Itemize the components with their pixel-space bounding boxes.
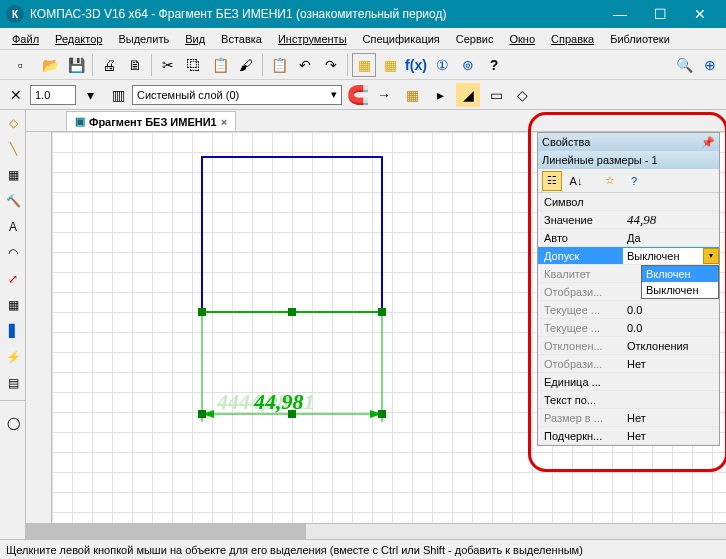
param-tool[interactable]: ⚡ xyxy=(1,345,25,369)
menu-edit[interactable]: Редактор xyxy=(47,31,110,47)
extra1-button[interactable]: ▭ xyxy=(484,83,508,107)
pin-icon[interactable]: 📌 xyxy=(701,136,715,149)
layers-icon[interactable]: ▥ xyxy=(106,83,130,107)
paste-button[interactable]: 📋 xyxy=(208,53,232,77)
copy-button[interactable]: ⿻ xyxy=(182,53,206,77)
properties-button[interactable]: 📋 xyxy=(267,53,291,77)
redo-button[interactable]: ↷ xyxy=(319,53,343,77)
prop-tolerance[interactable]: Допуск Выключен ▾ xyxy=(538,247,719,265)
handle xyxy=(198,308,206,316)
annotation2-button[interactable]: ⊚ xyxy=(456,53,480,77)
properties-header[interactable]: Свойства 📌 xyxy=(538,133,719,151)
main-toolbar: ▫ 📂 💾 🖨 🗎 ✂ ⿻ 📋 🖌 📋 ↶ ↷ ▦ ▦ f(x) ① ⊚ ? 🔍… xyxy=(0,50,726,80)
canvas-left-strip xyxy=(26,132,52,523)
cut-button[interactable]: ✂ xyxy=(156,53,180,77)
layer-name: Системный слой (0) xyxy=(137,89,239,101)
dropdown-option-on[interactable]: Включен xyxy=(642,266,718,282)
menu-libs[interactable]: Библиотеки xyxy=(602,31,678,47)
ortho-button[interactable]: ◢ xyxy=(456,83,480,107)
library-mgr-button[interactable]: ▦ xyxy=(352,53,376,77)
tolerance-dropdown[interactable]: Включен Выключен xyxy=(641,265,719,299)
tab-label: Фрагмент БЕЗ ИМЕНИ1 xyxy=(89,116,217,128)
prop-display2[interactable]: Отобрази... Нет xyxy=(538,355,719,373)
prop-auto[interactable]: Авто Да xyxy=(538,229,719,247)
tab-close-button[interactable]: × xyxy=(221,116,227,128)
table-tool[interactable]: ▦ xyxy=(1,293,25,317)
preview-button[interactable]: 🗎 xyxy=(123,53,147,77)
horizontal-scrollbar[interactable] xyxy=(26,523,726,539)
dropdown-option-off[interactable]: Выключен xyxy=(642,282,718,298)
spec-tool[interactable]: ▤ xyxy=(1,371,25,395)
scale-dropdown[interactable]: ▾ xyxy=(78,83,102,107)
work-area: ◇ ╲ ▦ 🔨 A ◠ ⤢ ▦ ▋ ⚡ ▤ ◯ ▣ Фрагмент БЕЗ И… xyxy=(0,110,726,539)
properties-toolbar: ☷ A↓ ☆ ? xyxy=(538,169,719,193)
library-vars-button[interactable]: ▦ xyxy=(378,53,402,77)
handle xyxy=(198,410,206,418)
status-text: Щелкните левой кнопкой мыши на объекте д… xyxy=(6,544,583,556)
title-bar: К КОМПАС-3D V16 x64 - Фрагмент БЕЗ ИМЕНИ… xyxy=(0,0,726,28)
snap-arrow-button[interactable]: → xyxy=(372,83,396,107)
point-tool[interactable]: ◯ xyxy=(1,411,25,435)
format-painter-button[interactable]: 🖌 xyxy=(234,53,258,77)
hatch-tool[interactable]: ▦ xyxy=(1,163,25,187)
menu-tools[interactable]: Инструменты xyxy=(270,31,355,47)
view-tool[interactable]: ▋ xyxy=(1,319,25,343)
prop-underline[interactable]: Подчеркн... Нет xyxy=(538,427,719,445)
canvas-row: 4444,98 11 44,98 Свойства 📌 Линейные раз… xyxy=(26,132,726,523)
menu-service[interactable]: Сервис xyxy=(448,31,502,47)
annotation1-button[interactable]: ① xyxy=(430,53,454,77)
axis-button[interactable]: ▸ xyxy=(428,83,452,107)
geometry-tool[interactable]: ◇ xyxy=(1,111,25,135)
prop-value[interactable]: Значение 44,98 xyxy=(538,211,719,229)
menu-insert[interactable]: Вставка xyxy=(213,31,270,47)
maximize-button[interactable]: ☐ xyxy=(640,0,680,28)
line-tool[interactable]: ╲ xyxy=(1,137,25,161)
help-button[interactable]: ? xyxy=(482,53,506,77)
categorized-button[interactable]: ☷ xyxy=(542,171,562,191)
info-button[interactable]: ? xyxy=(624,171,644,191)
app-icon: К xyxy=(6,5,24,23)
prop-current1[interactable]: Текущее ... 0.0 xyxy=(538,301,719,319)
extra2-button[interactable]: ◇ xyxy=(510,83,534,107)
menu-view[interactable]: Вид xyxy=(177,31,213,47)
zoom-fit-button[interactable]: ⊕ xyxy=(698,53,722,77)
prop-sizein[interactable]: Размер в ... Нет xyxy=(538,409,719,427)
measure-tool[interactable]: ⤢ xyxy=(1,267,25,291)
properties-panel: Свойства 📌 Линейные размеры - 1 ☷ A↓ ☆ ?… xyxy=(537,132,720,446)
zoom-button[interactable]: 🔍 xyxy=(672,53,696,77)
linetype-button[interactable]: ✕ xyxy=(4,83,28,107)
close-button[interactable]: ✕ xyxy=(680,0,720,28)
dropdown-toggle[interactable]: ▾ xyxy=(703,248,719,264)
property-list: Символ Значение 44,98 Авто Да Допуск xyxy=(538,193,719,445)
menu-window[interactable]: Окно xyxy=(501,31,543,47)
menu-help[interactable]: Справка xyxy=(543,31,602,47)
scale-input[interactable] xyxy=(30,85,76,105)
fx-button[interactable]: f(x) xyxy=(404,53,428,77)
document-tab[interactable]: ▣ Фрагмент БЕЗ ИМЕНИ1 × xyxy=(66,111,236,131)
arc-tool[interactable]: ◠ xyxy=(1,241,25,265)
dimension-text[interactable]: 44,98 xyxy=(254,389,304,415)
undo-button[interactable]: ↶ xyxy=(293,53,317,77)
save-button[interactable]: 💾 xyxy=(64,53,88,77)
drawing-svg xyxy=(52,132,552,523)
edit-tool[interactable]: 🔨 xyxy=(1,189,25,213)
print-button[interactable]: 🖨 xyxy=(97,53,121,77)
handle xyxy=(288,308,296,316)
new-button[interactable]: ▫ xyxy=(4,53,36,77)
menu-file[interactable]: Файл xyxy=(4,31,47,47)
prop-current2[interactable]: Текущее ... 0.0 xyxy=(538,319,719,337)
menu-spec[interactable]: Спецификация xyxy=(355,31,448,47)
magnet-snap-button[interactable]: 🧲 xyxy=(346,83,370,107)
menu-select[interactable]: Выделить xyxy=(110,31,177,47)
layer-select[interactable]: Системный слой (0) ▾ xyxy=(132,85,342,105)
open-button[interactable]: 📂 xyxy=(38,53,62,77)
dimension-tool[interactable]: A xyxy=(1,215,25,239)
filter-button[interactable]: ☆ xyxy=(600,171,620,191)
prop-textafter[interactable]: Текст по... xyxy=(538,391,719,409)
grid-button[interactable]: ▦ xyxy=(400,83,424,107)
minimize-button[interactable]: — xyxy=(600,0,640,28)
prop-symbol[interactable]: Символ xyxy=(538,193,719,211)
prop-unit[interactable]: Единица ... xyxy=(538,373,719,391)
prop-deviation[interactable]: Отклонен... Отклонения xyxy=(538,337,719,355)
alphabetical-button[interactable]: A↓ xyxy=(566,171,586,191)
